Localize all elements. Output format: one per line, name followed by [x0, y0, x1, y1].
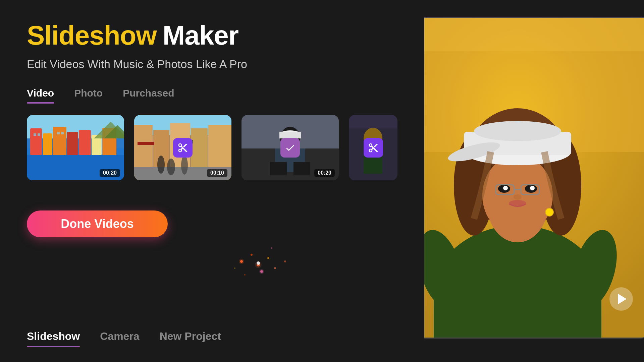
tab-video[interactable]: Video: [27, 87, 54, 102]
svg-point-25: [167, 159, 175, 175]
svg-rect-6: [67, 132, 78, 155]
svg-rect-5: [53, 127, 66, 155]
title-slideshow: Slideshow: [27, 20, 157, 51]
svg-point-27: [157, 156, 165, 174]
scissors-icon-2: [368, 142, 379, 153]
svg-point-57: [259, 269, 264, 274]
subtitle: Edit Videos With Music & Photos Like A P…: [27, 58, 397, 71]
svg-rect-3: [30, 128, 42, 155]
scissors-icon: [177, 142, 188, 153]
title-row: Slideshow Maker: [27, 20, 397, 51]
svg-point-51: [274, 267, 276, 269]
svg-point-80: [503, 186, 508, 190]
svg-point-55: [239, 259, 244, 264]
svg-rect-68: [424, 18, 644, 51]
video-item-1[interactable]: 00:20: [27, 115, 124, 180]
scroll-indicator: [257, 261, 260, 265]
svg-point-50: [244, 274, 246, 276]
right-panel: [424, 0, 644, 362]
duration-badge-2: 00:10: [207, 169, 227, 177]
video-item-3[interactable]: SVM 00:20: [241, 115, 339, 180]
video-item-4[interactable]: [349, 115, 397, 180]
done-videos-button[interactable]: Done Videos: [27, 210, 168, 237]
cut-icon-4[interactable]: [364, 138, 383, 158]
svg-rect-13: [61, 132, 64, 134]
checkmark-icon: [285, 142, 296, 153]
svg-rect-7: [79, 130, 91, 155]
bottom-tab-slideshow[interactable]: Slideshow: [27, 330, 80, 345]
phone-preview: [424, 17, 644, 339]
svg-rect-35: [270, 162, 287, 175]
svg-rect-36: [293, 162, 310, 175]
svg-point-49: [260, 270, 263, 273]
duration-badge-3: 00:20: [314, 169, 335, 177]
video-grid: 00:20: [27, 115, 397, 180]
svg-rect-10: [34, 133, 36, 136]
tab-purchased[interactable]: Purchased: [123, 87, 174, 102]
check-icon-3[interactable]: [280, 138, 300, 158]
svg-point-48: [267, 257, 269, 259]
bottom-tab-camera[interactable]: Camera: [100, 330, 139, 345]
cut-icon-2[interactable]: [173, 138, 193, 158]
svg-rect-44: [349, 115, 397, 128]
svg-rect-12: [57, 132, 60, 134]
left-panel: Slideshow Maker Edit Videos With Music &…: [0, 0, 424, 362]
svg-point-52: [234, 267, 235, 269]
svg-rect-28: [138, 142, 154, 145]
svg-rect-38: [279, 132, 301, 138]
title-maker: Maker: [163, 20, 238, 51]
app-container: Slideshow Maker Edit Videos With Music &…: [0, 0, 644, 362]
svg-point-45: [240, 260, 243, 263]
svg-point-86: [509, 200, 526, 205]
svg-point-54: [284, 260, 286, 262]
svg-point-85: [514, 194, 522, 200]
svg-point-91: [545, 208, 553, 216]
svg-point-26: [181, 156, 188, 175]
bottom-tab-new-project[interactable]: New Project: [160, 330, 221, 345]
tab-photo[interactable]: Photo: [74, 87, 103, 102]
play-button[interactable]: [609, 287, 633, 311]
svg-rect-4: [43, 133, 52, 155]
svg-point-53: [271, 247, 272, 249]
content-tabs: Video Photo Purchased: [27, 87, 397, 102]
svg-point-46: [251, 254, 253, 256]
svg-rect-11: [38, 133, 40, 136]
duration-badge-1: 00:20: [100, 169, 120, 177]
phone-preview-svg: [424, 18, 644, 339]
video-item-2[interactable]: 00:10: [134, 115, 231, 180]
svg-point-89: [474, 121, 561, 141]
svg-point-81: [530, 186, 535, 190]
bottom-navigation: Slideshow Camera New Project: [27, 330, 221, 345]
